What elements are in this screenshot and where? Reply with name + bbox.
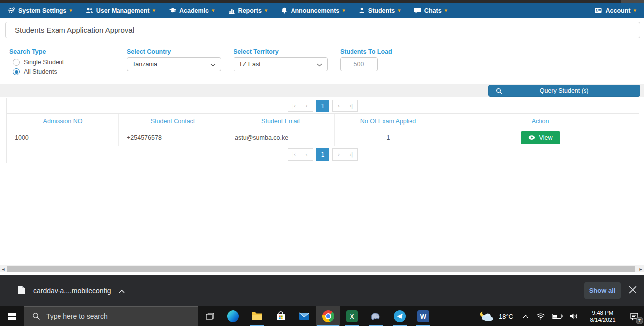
chevron-down-icon: ▾ bbox=[633, 8, 636, 13]
taskbar-app-excel[interactable]: X bbox=[340, 306, 364, 326]
download-bar: carddav-a....mobileconfig Show all bbox=[0, 275, 644, 306]
nav-item-reports[interactable]: Reports ▾ bbox=[228, 7, 268, 14]
nav-item-academic[interactable]: Academic ▾ bbox=[169, 7, 215, 14]
speaker-icon[interactable] bbox=[566, 306, 582, 326]
students-table-container: |‹ ‹ 1 › ›| Admission NO Student Contact… bbox=[6, 98, 639, 163]
view-button-label: View bbox=[539, 134, 553, 141]
radio-icon[interactable] bbox=[13, 59, 20, 66]
select-country-label: Select Country bbox=[127, 48, 171, 55]
country-select[interactable]: Tanzania bbox=[127, 57, 221, 71]
scroll-right-arrow[interactable]: ▸ bbox=[637, 265, 644, 272]
battery-icon[interactable] bbox=[549, 306, 566, 326]
taskbar-clock[interactable]: 9:48 PM 8/14/2021 bbox=[585, 309, 621, 323]
start-button[interactable] bbox=[0, 306, 24, 326]
pagination-last-button[interactable]: ›| bbox=[345, 148, 358, 161]
nav-item-system-settings[interactable]: System Settings ▾ bbox=[8, 7, 72, 14]
column-header-student-email[interactable]: Student Email bbox=[227, 114, 334, 129]
territory-select-value: TZ East bbox=[239, 61, 317, 68]
students-to-load-input[interactable] bbox=[340, 57, 378, 71]
column-header-exams-applied[interactable]: No Of Exam Applied bbox=[334, 114, 442, 129]
notification-count-badge: 7 bbox=[636, 317, 643, 324]
wifi-icon[interactable] bbox=[533, 306, 549, 326]
taskbar-app-telegram[interactable] bbox=[388, 306, 411, 326]
taskbar-app-file-explorer[interactable] bbox=[245, 306, 269, 326]
task-view-button[interactable] bbox=[198, 306, 221, 326]
chevron-down-icon: ▾ bbox=[445, 8, 448, 13]
pagination-first-button[interactable]: |‹ bbox=[288, 100, 300, 112]
id-card-icon bbox=[594, 7, 602, 14]
close-icon[interactable] bbox=[629, 286, 638, 295]
pagination-page-1-button[interactable]: 1 bbox=[316, 100, 329, 112]
radio-icon-selected[interactable] bbox=[13, 68, 20, 75]
pagination-group: |‹ ‹ bbox=[288, 148, 313, 161]
search-icon bbox=[496, 88, 503, 95]
chevron-up-icon[interactable] bbox=[118, 286, 125, 295]
radio-all-students[interactable]: All Students bbox=[13, 68, 57, 75]
download-filename: carddav-a....mobileconfig bbox=[33, 287, 111, 295]
pagination-next-button[interactable]: › bbox=[332, 148, 345, 161]
taskbar-app-chrome[interactable] bbox=[316, 306, 340, 326]
nav-label: Announcements bbox=[291, 7, 339, 14]
pagination-group: |‹ ‹ bbox=[288, 100, 313, 112]
pagination-first-button[interactable]: |‹ bbox=[288, 148, 300, 161]
column-header-student-contact[interactable]: Student Contact bbox=[118, 114, 227, 129]
pagination-page-1-button[interactable]: 1 bbox=[316, 148, 329, 161]
scrollbar-thumb[interactable] bbox=[7, 266, 635, 272]
file-explorer-icon bbox=[251, 310, 263, 322]
scroll-left-arrow[interactable]: ◂ bbox=[0, 265, 7, 272]
pagination-top: |‹ ‹ 1 › ›| bbox=[7, 98, 639, 113]
tray-chevron-up-icon[interactable] bbox=[518, 306, 533, 326]
download-item[interactable]: carddav-a....mobileconfig bbox=[10, 280, 133, 301]
taskbar-app-mail[interactable] bbox=[293, 306, 316, 326]
nav-label: Account bbox=[605, 7, 630, 14]
weather-icon[interactable] bbox=[478, 306, 496, 326]
word-icon: W bbox=[417, 310, 429, 322]
taskbar-app-edge[interactable] bbox=[221, 306, 245, 326]
main-content: Students Exam Application Approval Searc… bbox=[0, 18, 644, 264]
territory-select[interactable]: TZ East bbox=[234, 57, 328, 71]
show-all-button[interactable]: Show all bbox=[584, 282, 621, 299]
taskbar-app-word[interactable]: W bbox=[411, 306, 435, 326]
nav-label: User Management bbox=[96, 7, 150, 14]
nav-label: Chats bbox=[424, 7, 442, 14]
nav-item-chats[interactable]: Chats ▾ bbox=[414, 7, 447, 14]
view-button[interactable]: View bbox=[521, 131, 561, 144]
search-icon bbox=[32, 312, 40, 320]
taskbar-search-input[interactable] bbox=[46, 312, 175, 320]
pagination-prev-button[interactable]: ‹ bbox=[300, 100, 313, 112]
students-to-load-label: Students To Load bbox=[340, 48, 392, 55]
excel-icon: X bbox=[346, 310, 358, 322]
country-select-value: Tanzania bbox=[132, 61, 210, 68]
radio-single-student[interactable]: Single Student bbox=[13, 59, 64, 66]
action-center-button[interactable]: 7 bbox=[624, 306, 644, 326]
nav-label: Students bbox=[368, 7, 395, 14]
temperature-label[interactable]: 18°C bbox=[499, 313, 513, 320]
taskbar-app-microsoft-store[interactable] bbox=[269, 306, 293, 326]
nav-item-announcements[interactable]: Announcements ▾ bbox=[281, 7, 345, 14]
nav-item-students[interactable]: Students ▾ bbox=[358, 7, 401, 14]
gears-icon bbox=[8, 7, 15, 14]
page-title: Students Exam Application Approval bbox=[15, 26, 134, 34]
query-students-button[interactable]: Query Student (s) bbox=[488, 85, 640, 97]
nav-label: System Settings bbox=[18, 7, 66, 14]
horizontal-scrollbar: ◂ ▸ bbox=[0, 265, 644, 272]
system-tray: 18°C 9:48 PM 8/14/2021 7 bbox=[478, 306, 644, 326]
pagination-next-button[interactable]: › bbox=[332, 100, 345, 112]
download-bar-divider bbox=[134, 281, 134, 300]
nav-item-account[interactable]: Account ▾ bbox=[594, 7, 636, 14]
column-header-admission-no[interactable]: Admission NO bbox=[7, 114, 118, 129]
query-students-label: Query Student (s) bbox=[540, 87, 589, 94]
task-view-icon bbox=[205, 312, 214, 321]
nav-item-user-management[interactable]: User Management ▾ bbox=[86, 7, 155, 14]
cell-action: View bbox=[442, 129, 639, 146]
chat-icon bbox=[414, 7, 421, 14]
table-header-row: Admission NO Student Contact Student Ema… bbox=[7, 113, 639, 129]
taskbar-app-pgadmin[interactable] bbox=[364, 306, 388, 326]
taskbar-search-box[interactable] bbox=[24, 306, 198, 326]
page-title-card: Students Exam Application Approval bbox=[5, 22, 640, 38]
radio-label: Single Student bbox=[24, 59, 64, 66]
column-header-action[interactable]: Action bbox=[442, 114, 639, 129]
pagination-prev-button[interactable]: ‹ bbox=[300, 148, 313, 161]
users-icon bbox=[86, 7, 93, 14]
pagination-last-button[interactable]: ›| bbox=[345, 100, 358, 112]
